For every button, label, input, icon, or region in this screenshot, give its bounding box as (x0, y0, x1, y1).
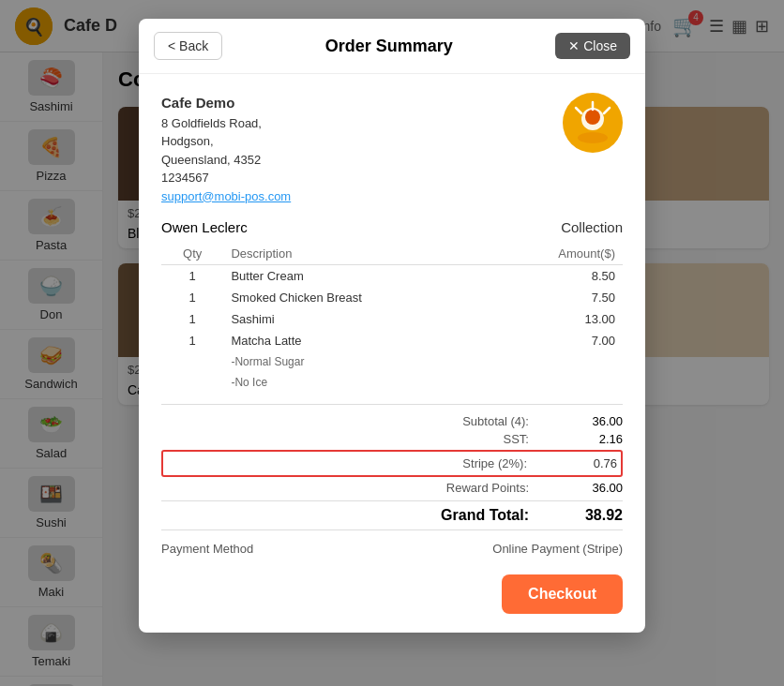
item-qty: 1 (161, 287, 223, 308)
item-desc: Butter Cream (223, 264, 490, 287)
item-amount: 8.50 (490, 264, 623, 287)
table-row: 1 Sashimi 13.00 (161, 308, 623, 330)
subtotal-value: 36.00 (566, 414, 623, 428)
item-desc: Smoked Chicken Breast (223, 287, 490, 308)
table-row: 1 Butter Cream 8.50 (161, 264, 623, 287)
table-row: 1 Matcha Latte 7.00 (161, 330, 623, 351)
item-desc: Sashimi (223, 308, 490, 330)
customer-row: Owen Leclerc Collection (161, 219, 623, 235)
item-qty: 1 (161, 264, 223, 287)
rewards-row: Reward Points: 36.00 (161, 479, 623, 497)
modal-overlay: < Back Order Summary ✕ Close Cafe Demo 8… (0, 0, 784, 686)
modal-title: Order Summary (222, 37, 555, 56)
order-table: Qty Description Amount($) 1 Butter Cream… (161, 243, 623, 396)
item-amount: 13.00 (490, 308, 623, 330)
divider (161, 404, 623, 405)
svg-point-20 (578, 132, 608, 143)
subtotal-label: Subtotal (4): (462, 414, 529, 428)
customer-name: Owen Leclerc (161, 219, 248, 235)
modifier-text: -Normal Sugar (223, 351, 490, 372)
payment-method-label: Payment Method (161, 542, 253, 556)
item-qty: 1 (161, 308, 223, 330)
payment-row: Payment Method Online Payment (Stripe) (161, 534, 623, 563)
cafe-email[interactable]: support@mobi-pos.com (161, 189, 291, 203)
stripe-row: Stripe (2%): 0.76 (161, 450, 623, 477)
modifier-row: -Normal Sugar (161, 351, 623, 372)
svg-point-21 (585, 110, 600, 125)
cafe-logo (563, 93, 623, 153)
grand-total-label: Grand Total: (441, 507, 529, 524)
cafe-info: Cafe Demo 8 Goldfields Road, Hodgson, Qu… (161, 93, 291, 204)
checkout-button[interactable]: Checkout (502, 574, 623, 614)
item-qty: 1 (161, 330, 223, 351)
stripe-label: Stripe (2%): (462, 455, 527, 472)
rewards-value: 36.00 (566, 481, 623, 495)
modal-header: < Back Order Summary ✕ Close (139, 19, 645, 74)
cafe-logo-container (563, 93, 623, 157)
back-button[interactable]: < Back (154, 32, 222, 60)
col-qty: Qty (161, 243, 223, 265)
payment-method-value: Online Payment (Stripe) (492, 542, 623, 556)
order-summary-modal: < Back Order Summary ✕ Close Cafe Demo 8… (139, 19, 645, 633)
close-button[interactable]: ✕ Close (555, 33, 630, 59)
sst-row: SST: 2.16 (161, 430, 623, 448)
grand-total-row: Grand Total: 38.92 (161, 500, 623, 530)
cafe-address3: Queensland, 4352 (161, 151, 291, 170)
receipt-header: Cafe Demo 8 Goldfields Road, Hodgson, Qu… (161, 93, 623, 204)
cafe-address1: 8 Goldfields Road, (161, 114, 291, 133)
col-amount: Amount($) (490, 243, 623, 265)
cafe-phone: 1234567 (161, 169, 291, 187)
item-desc: Matcha Latte (223, 330, 490, 351)
col-description: Description (223, 243, 490, 265)
item-amount: 7.50 (490, 287, 623, 308)
modifier-row: -No Ice (161, 372, 623, 396)
cafe-address2: Hodgson, (161, 132, 291, 151)
modal-body: Cafe Demo 8 Goldfields Road, Hodgson, Qu… (139, 74, 645, 633)
modifier-text: -No Ice (223, 372, 490, 396)
order-type: Collection (561, 219, 623, 235)
sst-label: SST: (504, 432, 529, 446)
stripe-value: 0.76 (565, 455, 621, 472)
item-amount: 7.00 (490, 330, 623, 351)
totals-section: Subtotal (4): 36.00 SST: 2.16 Stripe (2%… (161, 412, 623, 497)
sst-value: 2.16 (566, 432, 623, 446)
table-header-row: Qty Description Amount($) (161, 243, 623, 265)
grand-total-value: 38.92 (566, 507, 623, 524)
table-row: 1 Smoked Chicken Breast 7.50 (161, 287, 623, 308)
subtotal-row: Subtotal (4): 36.00 (161, 412, 623, 430)
rewards-label: Reward Points: (446, 481, 529, 495)
cafe-name: Cafe Demo (161, 93, 291, 114)
